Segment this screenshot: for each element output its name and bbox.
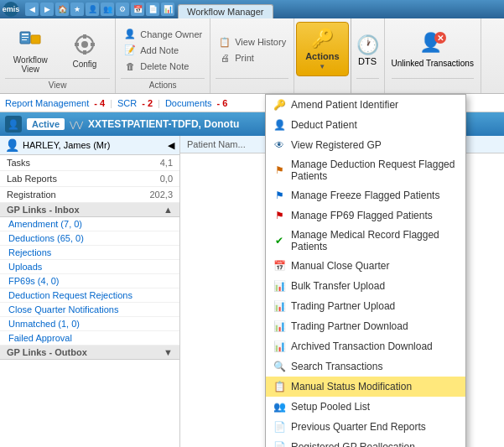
delete-note-icon: 🗑: [123, 60, 137, 73]
unlinked-group: 👤 ✕ Unlinked Transactions: [385, 18, 481, 93]
lab-reports-row[interactable]: Lab Reports 0,0: [0, 171, 179, 187]
svg-rect-1: [22, 34, 29, 35]
actions-group: 🔑 Actions ▼: [294, 18, 351, 93]
svg-rect-2: [22, 37, 29, 38]
dropdown-item-4[interactable]: ⚑Manage Freeze Flagged Patients: [266, 185, 465, 205]
dropdown-item-icon-8: 📊: [273, 279, 286, 293]
star-icon[interactable]: ★: [70, 3, 84, 16]
scr-count: - 2: [142, 98, 153, 108]
actions-small-group: 👤 Change Owner 📝 Add Note 🗑 Delete Note …: [116, 18, 210, 93]
dropdown-item-15[interactable]: 📄Previous Quarter End Reports: [266, 417, 465, 437]
uploads-item[interactable]: Uploads: [0, 260, 179, 274]
report-management-link[interactable]: Report Management: [5, 98, 89, 108]
dropdown-item-1[interactable]: 👤Deduct Patient: [266, 115, 465, 135]
unlinked-transactions-button[interactable]: 👤 ✕ Unlinked Transactions: [392, 22, 474, 78]
config-icon: [71, 31, 98, 58]
deductions-item[interactable]: Deductions (65, 0): [0, 231, 179, 246]
dropdown-item-icon-13: 📋: [273, 380, 286, 393]
tasks-row[interactable]: Tasks 4,1: [0, 155, 179, 171]
failed-approval-item[interactable]: Failed Approval: [0, 331, 179, 346]
dropdown-item-14[interactable]: 👥Setup Pooled List: [266, 397, 465, 417]
dropdown-item-label-8: Bulk Transfer Upload: [291, 280, 385, 292]
patient-bar-icon: 👤: [5, 116, 22, 133]
dropdown-item-6[interactable]: ✔Manage Medical Record Flagged Patients: [266, 226, 465, 256]
report-management-count: - 4: [94, 98, 105, 108]
amendment-item[interactable]: Amendment (7, 0): [0, 217, 179, 231]
section-collapse-icon[interactable]: ▲: [164, 205, 173, 215]
dropdown-item-0[interactable]: 🔑Amend Patient Identifier: [266, 95, 465, 115]
fp69s-item[interactable]: FP69s (4, 0): [0, 274, 179, 288]
dropdown-item-12[interactable]: 🔍Search Transactions: [266, 356, 465, 377]
outbox-collapse-icon[interactable]: ▼: [164, 347, 173, 357]
delete-note-button[interactable]: 🗑 Delete Note: [121, 59, 205, 74]
rejections-item[interactable]: Rejections: [0, 246, 179, 260]
dropdown-item-5[interactable]: ⚑Manage FP69 Flagged Patients: [266, 205, 465, 226]
dropdown-item-icon-5: ⚑: [273, 209, 286, 222]
sidebar-collapse-icon[interactable]: ◀: [168, 140, 174, 151]
chevron-down-icon: ⋁⋁: [70, 120, 83, 129]
person-icon-1[interactable]: 👤: [86, 3, 99, 16]
dropdown-item-icon-11: 📊: [273, 340, 286, 353]
gp-links-outbox-header: GP Links - Outbox ▼: [0, 346, 179, 360]
print-icon: 🖨: [218, 51, 231, 65]
config-button[interactable]: Config: [60, 28, 111, 72]
print-button[interactable]: 🖨 Print: [216, 50, 288, 65]
dropdown-item-13[interactable]: 📋Manual Status Modification: [266, 377, 465, 397]
home-icon[interactable]: 🏠: [55, 3, 69, 16]
svg-rect-7: [83, 34, 86, 39]
person-icon-2[interactable]: 👥: [101, 3, 114, 16]
title-bar: emis ◀ ▶ 🏠 ★ 👤 👥 ⚙ 📅 📄 📊 Workflow Manage…: [0, 0, 504, 18]
svg-rect-10: [91, 43, 95, 46]
unmatched-item[interactable]: Unmatched (1, 0): [0, 317, 179, 331]
change-owner-button[interactable]: 👤 Change Owner: [121, 27, 205, 42]
separator-2: |: [158, 98, 160, 108]
add-note-button[interactable]: 📝 Add Note: [121, 43, 205, 58]
workflow-view-button[interactable]: Workflow View: [5, 23, 56, 77]
dropdown-item-icon-15: 📄: [273, 420, 286, 434]
nav-forward-icon[interactable]: ▶: [40, 3, 54, 16]
change-owner-icon: 👤: [123, 28, 137, 41]
dropdown-item-label-4: Manage Freeze Flagged Patients: [291, 190, 439, 201]
calendar-icon[interactable]: 📅: [131, 3, 144, 16]
actions-key-icon: 🔑: [311, 28, 334, 49]
view-history-icon: 📋: [218, 35, 231, 49]
dropdown-item-2[interactable]: 👁View Registered GP: [266, 135, 465, 155]
dropdown-item-icon-0: 🔑: [273, 98, 286, 112]
svg-rect-3: [22, 39, 27, 40]
close-quarter-item[interactable]: Close Quarter Notifications: [0, 303, 179, 317]
dropdown-item-icon-4: ⚑: [273, 189, 286, 202]
doc-icon[interactable]: 📄: [146, 3, 159, 16]
unlinked-icon: 👤 ✕: [419, 32, 446, 59]
sidebar-patient: 👤 HARLEY, James (Mr) ◀: [0, 136, 179, 155]
view-history-buttons: 📋 View History 🖨 Print: [216, 22, 288, 78]
dts-button[interactable]: 🕐 DTS: [356, 22, 379, 78]
dropdown-item-16[interactable]: 📄Registered GP Reallocation: [266, 437, 465, 447]
patient-name: XXTESTPATIENT-TDFD, Donotu: [88, 118, 239, 130]
title-tabs: Workflow Manager: [178, 0, 273, 18]
settings-icon[interactable]: ⚙: [116, 3, 129, 16]
dropdown-item-icon-10: 📊: [273, 320, 286, 333]
workflow-manager-tab[interactable]: Workflow Manager: [178, 4, 273, 18]
dropdown-item-7[interactable]: 📅Manual Close Quarter: [266, 256, 465, 276]
actions-button[interactable]: 🔑 Actions ▼: [296, 22, 348, 76]
dropdown-item-icon-12: 🔍: [273, 360, 286, 373]
documents-link[interactable]: Documents: [165, 98, 212, 108]
emis-logo: emis: [3, 2, 18, 17]
chart-icon[interactable]: 📊: [161, 3, 174, 16]
ribbon: Workflow View Config View: [0, 18, 504, 94]
dropdown-item-9[interactable]: 📊Trading Partner Upload: [266, 296, 465, 316]
dropdown-item-label-6: Manage Medical Record Flagged Patients: [291, 229, 459, 252]
registration-row[interactable]: Registration 202,3: [0, 187, 179, 203]
view-history-button[interactable]: 📋 View History: [216, 34, 288, 49]
gp-links-inbox-header: GP Links - Inbox ▲: [0, 203, 179, 217]
scr-link[interactable]: SCR: [117, 98, 137, 108]
dropdown-item-label-15: Previous Quarter End Reports: [291, 421, 426, 433]
dropdown-item-11[interactable]: 📊Archived Transaction Download: [266, 336, 465, 356]
dropdown-item-8[interactable]: 📊Bulk Transfer Upload: [266, 276, 465, 296]
dropdown-item-10[interactable]: 📊Trading Partner Download: [266, 316, 465, 336]
deduction-request-rejections-item[interactable]: Deduction Request Rejections: [0, 288, 179, 303]
nav-back-icon[interactable]: ◀: [25, 3, 39, 16]
separator-1: |: [110, 98, 112, 108]
dropdown-item-icon-1: 👤: [273, 118, 286, 132]
dropdown-item-3[interactable]: ⚑Manage Deduction Request Flagged Patien…: [266, 155, 465, 185]
